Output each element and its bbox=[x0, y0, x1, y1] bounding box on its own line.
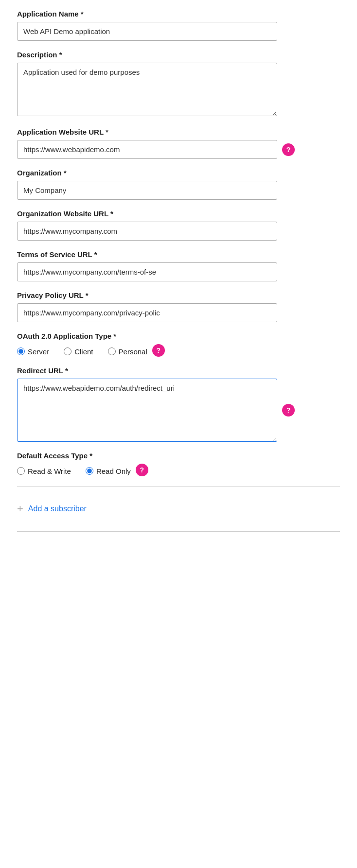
terms-of-service-url-label: Terms of Service URL * bbox=[17, 250, 340, 259]
redirect-url-label: Redirect URL * bbox=[17, 366, 340, 375]
oauth-server-label: Server bbox=[28, 347, 49, 356]
add-subscriber-plus-icon: + bbox=[17, 503, 23, 514]
redirect-url-input[interactable]: https://www.webapidemo.com/auth/redirect… bbox=[17, 379, 277, 442]
oauth-server-option[interactable]: Server bbox=[17, 347, 49, 356]
description-input[interactable]: Application used for demo purposes bbox=[17, 63, 277, 116]
terms-of-service-url-input[interactable] bbox=[17, 262, 277, 281]
oauth-client-label: Client bbox=[74, 347, 93, 356]
add-subscriber-label: Add a subscriber bbox=[28, 504, 87, 513]
application-name-input[interactable] bbox=[17, 22, 277, 41]
oauth-type-radio-group: Server Client Personal bbox=[17, 347, 147, 356]
organization-website-url-group: Organization Website URL * bbox=[17, 209, 340, 241]
organization-input[interactable] bbox=[17, 181, 277, 200]
description-label: Description * bbox=[17, 51, 340, 59]
default-access-help-icon[interactable]: ? bbox=[136, 464, 148, 476]
default-access-type-group: Default Access Type * Read & Write Read … bbox=[17, 451, 340, 476]
redirect-url-group: Redirect URL * https://www.webapidemo.co… bbox=[17, 366, 340, 442]
default-access-radio-group: Read & Write Read Only bbox=[17, 467, 131, 475]
oauth-type-group: OAuth 2.0 Application Type * Server Clie… bbox=[17, 332, 340, 357]
oauth-personal-label: Personal bbox=[119, 347, 147, 356]
description-group: Description * Application used for demo … bbox=[17, 51, 340, 118]
divider bbox=[17, 486, 340, 486]
oauth-personal-radio[interactable] bbox=[108, 347, 116, 355]
application-website-url-input[interactable] bbox=[17, 140, 277, 159]
privacy-policy-url-input[interactable] bbox=[17, 303, 277, 322]
application-name-label: Application Name * bbox=[17, 10, 340, 18]
privacy-policy-url-group: Privacy Policy URL * bbox=[17, 291, 340, 322]
oauth-personal-option[interactable]: Personal bbox=[108, 347, 147, 356]
oauth-type-help-icon[interactable]: ? bbox=[152, 344, 165, 357]
terms-of-service-url-group: Terms of Service URL * bbox=[17, 250, 340, 281]
application-website-url-row: ? bbox=[17, 140, 299, 159]
read-only-option[interactable]: Read Only bbox=[86, 467, 131, 475]
application-name-group: Application Name * bbox=[17, 10, 340, 41]
oauth-client-radio[interactable] bbox=[64, 347, 71, 355]
organization-website-url-label: Organization Website URL * bbox=[17, 209, 340, 218]
read-write-option[interactable]: Read & Write bbox=[17, 467, 71, 475]
read-write-label: Read & Write bbox=[28, 467, 71, 475]
default-access-type-label: Default Access Type * bbox=[17, 451, 340, 460]
privacy-policy-url-label: Privacy Policy URL * bbox=[17, 291, 340, 299]
application-website-url-group: Application Website URL * ? bbox=[17, 128, 340, 159]
add-subscriber-row[interactable]: + Add a subscriber bbox=[17, 496, 340, 521]
read-only-radio[interactable] bbox=[86, 467, 93, 475]
default-access-type-row: Read & Write Read Only ? bbox=[17, 464, 340, 476]
organization-label: Organization * bbox=[17, 169, 340, 177]
redirect-url-row: https://www.webapidemo.com/auth/redirect… bbox=[17, 379, 299, 442]
oauth-client-option[interactable]: Client bbox=[64, 347, 93, 356]
read-only-label: Read Only bbox=[96, 467, 131, 475]
read-write-radio[interactable] bbox=[17, 467, 25, 475]
bottom-divider bbox=[17, 531, 340, 532]
organization-website-url-input[interactable] bbox=[17, 222, 277, 241]
oauth-type-row: Server Client Personal ? bbox=[17, 344, 340, 357]
redirect-url-help-icon[interactable]: ? bbox=[282, 404, 295, 417]
application-website-url-label: Application Website URL * bbox=[17, 128, 340, 136]
oauth-type-label: OAuth 2.0 Application Type * bbox=[17, 332, 340, 340]
application-website-url-help-icon[interactable]: ? bbox=[282, 143, 295, 156]
organization-group: Organization * bbox=[17, 169, 340, 200]
oauth-server-radio[interactable] bbox=[17, 347, 25, 355]
